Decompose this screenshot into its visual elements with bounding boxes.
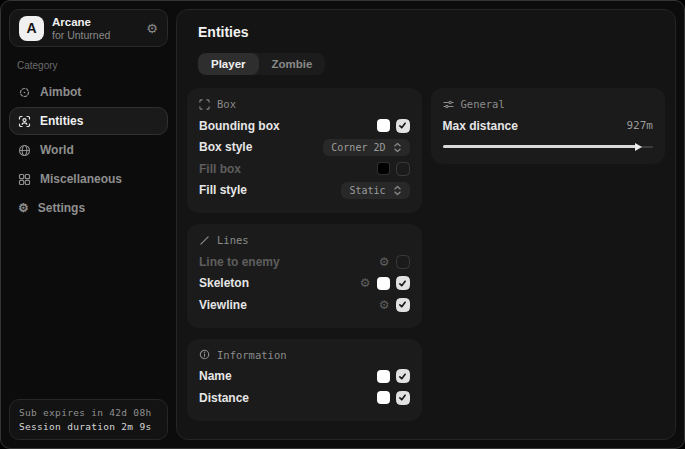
skeleton-checkbox[interactable] [396,276,410,290]
sidebar-item-settings[interactable]: ⚙ Settings [9,194,168,222]
setting-label: Line to enemy [199,255,280,269]
general-panel: General Max distance 927m [431,88,666,164]
fill-box-checkbox[interactable] [396,162,410,176]
brand-name: Arcane [52,16,110,29]
brand-settings-icon[interactable]: ⚙ [146,22,158,35]
session-duration-text: Session duration 2m 9s [19,421,158,432]
check-icon [398,393,407,402]
info-icon [199,349,210,360]
crosshair-icon [18,86,31,99]
slider-fill-and-thumb[interactable] [443,145,637,148]
panel-title-text: Information [217,349,287,361]
category-nav: Aimbot Entities World [9,78,168,222]
page-title: Entities [198,24,665,40]
name-checkbox[interactable] [396,369,410,383]
setting-label: Box style [199,140,252,154]
globe-icon [18,144,31,157]
setting-row-skeleton: Skeleton ⚙ [199,273,410,295]
check-icon [398,300,407,309]
panel-title-text: Box [217,98,236,110]
box-style-dropdown[interactable]: Corner 2D [323,139,409,156]
row-settings-gear-icon[interactable]: ⚙ [379,256,390,268]
setting-row-viewline: Viewline ⚙ [199,294,410,316]
check-icon [398,121,407,130]
diagonal-line-icon [199,235,210,246]
setting-row-max-distance: Max distance 927m [443,115,654,137]
setting-label: Name [199,369,232,383]
entity-tabs: Player Zombie [198,53,325,75]
distance-checkbox[interactable] [396,391,410,405]
brand-subtitle: for Unturned [52,29,110,41]
sidebar: A Arcane for Unturned ⚙ Category Aimbot [1,1,176,448]
sidebar-item-label: Miscellaneous [40,172,122,186]
brand-logo: A [19,16,44,41]
general-panel-header: General [443,98,654,110]
category-label: Category [17,60,168,71]
setting-label: Bounding box [199,119,280,133]
sidebar-item-miscellaneous[interactable]: Miscellaneous [9,165,168,193]
sidebar-item-aimbot[interactable]: Aimbot [9,78,168,106]
dropdown-value: Static [349,185,385,196]
setting-row-name: Name [199,366,410,388]
scan-person-icon [18,115,31,128]
sidebar-item-label: World [40,143,74,157]
panels-area: Box Bounding box Box style [187,88,665,421]
chevron-up-down-icon [393,142,402,153]
check-icon [398,279,407,288]
setting-row-box-style: Box style Corner 2D [199,137,410,159]
lines-panel: Lines Line to enemy ⚙ Skeleton [187,224,422,328]
color-swatch[interactable] [377,162,390,175]
max-distance-value: 927m [627,119,654,132]
sidebar-item-label: Entities [40,114,83,128]
setting-label: Skeleton [199,276,249,290]
grid-icon [18,173,31,186]
setting-label: Fill style [199,183,247,197]
setting-row-bounding-box: Bounding box [199,115,410,137]
left-column: Box Bounding box Box style [187,88,422,421]
color-swatch[interactable] [377,370,390,383]
line-to-enemy-checkbox[interactable] [396,255,410,269]
sidebar-item-world[interactable]: World [9,136,168,164]
max-distance-slider[interactable] [443,142,654,152]
subscription-card: Sub expires in 42d 08h Session duration … [9,399,168,440]
dropdown-value: Corner 2D [331,142,385,153]
lines-panel-header: Lines [199,234,410,246]
main-panel: Entities Player Zombie Box Boun [176,9,676,440]
information-panel: Information Name Distance [187,339,422,421]
sub-expiry-text: Sub expires in 42d 08h [19,407,158,418]
color-swatch[interactable] [377,277,390,290]
fill-style-dropdown[interactable]: Static [341,182,409,199]
setting-row-fill-box: Fill box [199,158,410,180]
chevron-up-down-icon [393,185,402,196]
right-column: General Max distance 927m [431,88,666,164]
sliders-icon [443,99,454,110]
panel-title-text: General [461,98,505,110]
scan-frame-icon [199,99,210,110]
row-settings-gear-icon[interactable]: ⚙ [379,299,390,311]
setting-row-line-to-enemy: Line to enemy ⚙ [199,251,410,273]
box-panel: Box Bounding box Box style [187,88,422,213]
tab-zombie[interactable]: Zombie [259,53,326,75]
setting-label: Viewline [199,298,247,312]
panel-title-text: Lines [217,234,249,246]
color-swatch[interactable] [377,391,390,404]
viewline-checkbox[interactable] [396,298,410,312]
tab-player[interactable]: Player [198,53,259,75]
row-settings-gear-icon[interactable]: ⚙ [360,277,371,289]
sidebar-item-entities[interactable]: Entities [9,107,168,135]
setting-label: Fill box [199,162,241,176]
gear-icon: ⚙ [18,202,29,214]
brand-card: A Arcane for Unturned ⚙ [9,9,168,47]
box-panel-header: Box [199,98,410,110]
arcane-window: A Arcane for Unturned ⚙ Category Aimbot [0,0,685,449]
sidebar-item-label: Aimbot [40,85,81,99]
color-swatch[interactable] [377,119,390,132]
setting-label: Distance [199,391,249,405]
setting-row-distance: Distance [199,387,410,409]
information-panel-header: Information [199,349,410,361]
brand-text: Arcane for Unturned [52,16,110,41]
setting-label: Max distance [443,119,518,133]
bounding-box-checkbox[interactable] [396,119,410,133]
check-icon [398,372,407,381]
sidebar-item-label: Settings [38,201,85,215]
